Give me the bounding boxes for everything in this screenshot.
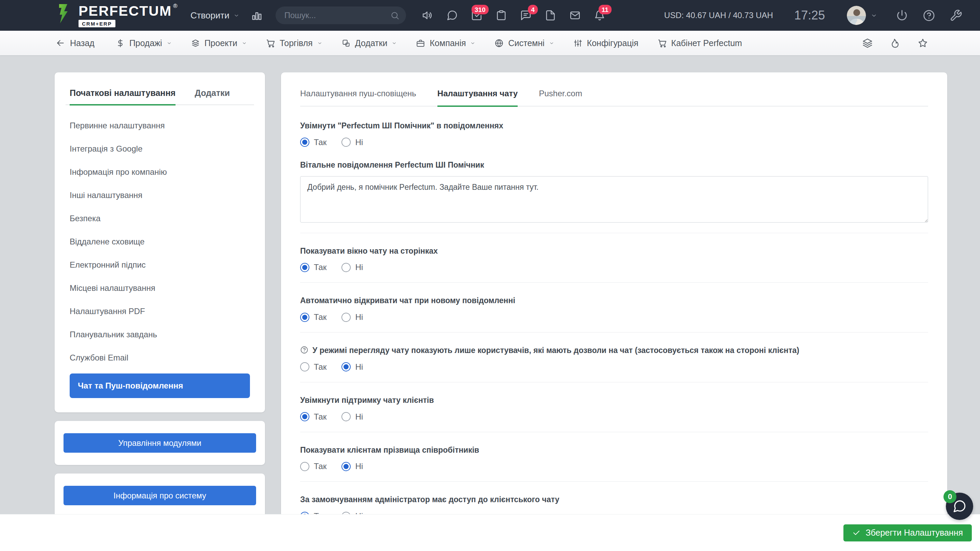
create-label: Створити	[191, 10, 229, 21]
sidebar-action-button[interactable]: Управління модулями	[64, 433, 256, 453]
notification-badge: 11	[598, 5, 612, 14]
profile-chevron-down-icon[interactable]	[871, 12, 877, 19]
nav-item[interactable]: Кабінет Perfectum	[658, 38, 742, 48]
mail-icon	[569, 10, 581, 21]
bar-chart-icon[interactable]	[251, 10, 262, 21]
radio-group: ТакНі	[300, 138, 928, 147]
radio-option-yes[interactable]: Так	[300, 362, 326, 372]
bell-icon-button[interactable]: 11	[594, 10, 605, 21]
radio-option-no[interactable]: Ні	[342, 462, 363, 471]
sidebar-action-button[interactable]: Інформація про систему	[64, 486, 256, 505]
radio-option-no[interactable]: Ні	[342, 312, 363, 322]
sidebar-item[interactable]: Службові Email	[70, 346, 250, 369]
radio-selected[interactable]	[342, 462, 351, 471]
sidebar-item-active[interactable]: Чат та Пуш-повідомлення	[70, 373, 250, 398]
setting-label-text: Увімкнути підтримку чату клієнтів	[300, 395, 434, 405]
globe-icon	[495, 38, 504, 48]
radio-option-no[interactable]: Ні	[342, 362, 363, 372]
avatar[interactable]	[847, 6, 866, 25]
file-icon-button[interactable]	[545, 10, 556, 21]
divider	[300, 282, 928, 283]
create-button[interactable]: Створити	[191, 10, 239, 21]
setting-label: За замовчуванням адміністратор має досту…	[300, 495, 928, 505]
radio-option-yes[interactable]: Так	[300, 262, 326, 272]
sidebar-item[interactable]: Інші налаштування	[70, 184, 250, 207]
volume-icon-button[interactable]	[422, 10, 433, 21]
setting-label-text: Показувати клієнтам прізвища співробітни…	[300, 445, 479, 455]
back-button[interactable]: Назад	[56, 38, 95, 48]
settings-sidebar: Початкові налаштуванняДодатки Первинне н…	[55, 72, 265, 551]
nav-item-label: Продажі	[129, 38, 162, 48]
search-input[interactable]	[285, 11, 390, 20]
search-icon	[390, 11, 399, 20]
sidebar-item[interactable]: Інтеграція з Google	[70, 137, 250, 160]
radio-unselected[interactable]	[342, 138, 351, 147]
chat-fab-button[interactable]: 0	[946, 492, 973, 520]
power-icon[interactable]	[896, 9, 908, 22]
wrench-icon[interactable]	[950, 9, 962, 22]
nav-item[interactable]: Торгівля	[266, 38, 322, 48]
sidebar-item[interactable]: Інформація про компанію	[70, 160, 250, 184]
nav-item[interactable]: Конфігурація	[573, 38, 638, 48]
save-settings-button[interactable]: Зберегти Налаштування	[843, 524, 972, 541]
radio-option-yes[interactable]: Так	[300, 312, 326, 322]
message-lines-icon-button[interactable]: 4	[520, 10, 532, 21]
content-tab[interactable]: Налаштування чату	[438, 89, 518, 107]
mail-icon-button[interactable]	[569, 10, 581, 21]
sidebar-item[interactable]: Налаштування PDF	[70, 300, 250, 323]
radio-selected[interactable]	[342, 362, 351, 372]
radio-option-yes[interactable]: Так	[300, 412, 326, 422]
radio-option-yes[interactable]: Так	[300, 138, 326, 147]
nav-item[interactable]: Проекти	[191, 38, 247, 48]
radio-selected[interactable]	[300, 263, 309, 272]
star-icon[interactable]	[918, 38, 928, 48]
clipboard-icon-button[interactable]	[495, 10, 507, 21]
radio-group: ТакНі	[300, 262, 928, 272]
content-tab[interactable]: Pusher.com	[539, 89, 582, 107]
radio-option-no[interactable]: Ні	[342, 262, 363, 272]
nav-item[interactable]: Компанія	[416, 38, 475, 48]
flame-icon[interactable]	[890, 38, 900, 48]
radio-option-yes[interactable]: Так	[300, 462, 326, 471]
radio-unselected[interactable]	[342, 263, 351, 272]
sidebar-tab[interactable]: Додатки	[195, 88, 230, 105]
radio-selected[interactable]	[300, 313, 309, 322]
sidebar-item[interactable]: Віддалене сховище	[70, 230, 250, 253]
radio-group: ТакНі	[300, 462, 928, 471]
sidebar-card: Початкові налаштуванняДодатки Первинне н…	[55, 72, 265, 413]
topbar: PERFECTUM ® CRM+ERP Створити 310411 USD:…	[0, 0, 980, 31]
setting-label: Показувати клієнтам прізвища співробітни…	[300, 445, 928, 455]
radio-selected[interactable]	[300, 412, 309, 421]
setting-label-text: Автоматично відкривати чат при новому по…	[300, 295, 515, 306]
nav-item[interactable]: Системні	[495, 38, 554, 48]
nav-item[interactable]: Продажі	[116, 38, 172, 48]
apps-icon	[342, 38, 351, 48]
chat-fab-badge: 0	[943, 490, 956, 503]
nav-item-label: Проекти	[205, 38, 237, 48]
radio-selected[interactable]	[300, 138, 309, 147]
setting-label-text: За замовчуванням адміністратор має досту…	[300, 495, 559, 505]
radio-unselected[interactable]	[300, 362, 309, 372]
radio-option-no[interactable]: Ні	[342, 412, 363, 422]
radio-unselected[interactable]	[300, 462, 309, 471]
nav-right-icons	[862, 38, 928, 48]
radio-unselected[interactable]	[342, 412, 351, 421]
sidebar-item[interactable]: Планувальник завдань	[70, 323, 250, 346]
welcome-message-textarea[interactable]	[300, 176, 928, 222]
settings-sections: Увімнути "Perfectum ШІ Помічник" в повід…	[300, 106, 928, 551]
stack-icon[interactable]	[862, 38, 873, 48]
topbar-system-buttons	[896, 9, 962, 22]
sidebar-item[interactable]: Безпека	[70, 207, 250, 230]
nav-item[interactable]: Додатки	[342, 38, 397, 48]
sidebar-item[interactable]: Місцеві налаштування	[70, 276, 250, 300]
sidebar-item[interactable]: Первинне налаштування	[70, 114, 250, 137]
check-square-icon-button[interactable]: 310	[471, 10, 482, 21]
sidebar-item[interactable]: Електронний підпис	[70, 253, 250, 276]
sidebar-tab[interactable]: Початкові налаштування	[70, 88, 175, 105]
content-tab[interactable]: Налаштування пуш-сповіщень	[300, 89, 416, 107]
help-icon[interactable]	[923, 9, 935, 22]
radio-unselected[interactable]	[342, 313, 351, 322]
message-circle-icon-button[interactable]	[446, 10, 458, 21]
radio-option-no[interactable]: Ні	[342, 138, 363, 147]
logo[interactable]: PERFECTUM ® CRM+ERP	[53, 4, 178, 27]
